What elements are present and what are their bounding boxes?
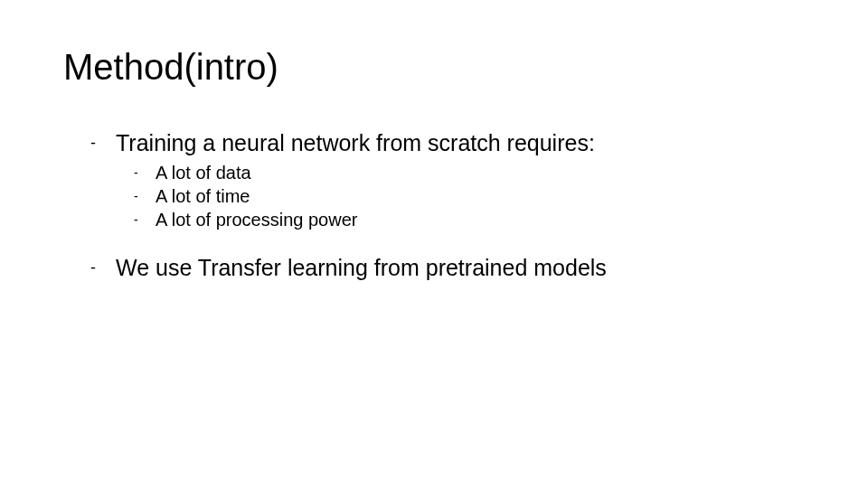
slide-title: Method(intro) — [63, 47, 278, 88]
slide: Method(intro) - Training a neural networ… — [0, 0, 868, 488]
slide-body: - Training a neural network from scratch… — [89, 128, 814, 286]
bullet-level1: - We use Transfer learning from pretrain… — [89, 253, 814, 282]
bullet-dash-icon: - — [132, 208, 156, 231]
bullet-dash-icon: - — [89, 128, 116, 157]
bullet-level2: - A lot of processing power — [132, 208, 814, 231]
spacer — [89, 244, 814, 253]
bullet-level2: - A lot of time — [132, 184, 814, 208]
bullet-level1: - Training a neural network from scratch… — [89, 128, 814, 157]
bullet-dash-icon: - — [89, 253, 116, 282]
bullet-text: We use Transfer learning from pretrained… — [116, 253, 607, 282]
sub-bullet-group: - A lot of data - A lot of time - A lot … — [132, 161, 814, 231]
bullet-text: A lot of processing power — [156, 208, 357, 231]
bullet-level2: - A lot of data — [132, 161, 814, 184]
bullet-dash-icon: - — [132, 161, 156, 184]
bullet-text: Training a neural network from scratch r… — [116, 128, 595, 157]
bullet-dash-icon: - — [132, 184, 156, 208]
bullet-text: A lot of time — [156, 184, 250, 208]
bullet-text: A lot of data — [156, 161, 251, 184]
